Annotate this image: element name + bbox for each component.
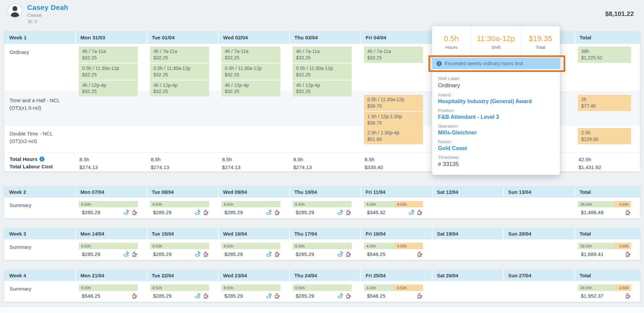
day-summary-cell[interactable]: 8.50h $285.29 (75, 198, 147, 218)
day-summary-cell[interactable]: 8.50h $285.29 (218, 239, 289, 260)
operation-link[interactable]: Mills-Gleichner (438, 130, 554, 136)
shift-detail-popover: 0.5h Hours 11:30a-12p Shift $19.35 Total… (432, 26, 560, 175)
coffee-cup-icon (132, 209, 138, 215)
stat-hours: 0.5h Hours (432, 26, 471, 58)
shift-label-value: Ordinary (438, 82, 554, 89)
row-label-summary: Summary (4, 198, 75, 218)
week2-title: Week 2 (4, 186, 75, 198)
coffee-cup-icon (417, 251, 423, 257)
totals-total-cell: 42.5h $1,431.92 (574, 152, 640, 171)
day-summary-cell[interactable]: 8.50h $285.29 (218, 198, 289, 218)
totals-day-cell: 8.5h $274.13 (75, 152, 147, 171)
day-summary-cell[interactable]: 8.50h $285.29 (289, 198, 361, 218)
shift-chip[interactable]: 0.5h / 11:30a-12p $32.25 (221, 63, 280, 80)
coffee-cup-icon (274, 293, 280, 299)
bottom-strip (0, 307, 644, 313)
day-summary-cell[interactable]: 8.50h $548.25 (75, 281, 147, 302)
week1-title: Week 1 (4, 31, 75, 44)
coffee-cup-icon (625, 293, 631, 299)
week4-title: Week 4 (4, 270, 75, 281)
info-icon[interactable] (39, 156, 44, 162)
coffee-cup-icon (274, 209, 280, 215)
week4-card: Week 4 Mon 21/04 Tue 22/04 Wed 23/04 Thu… (4, 270, 640, 302)
coffee-cup-icon (203, 209, 209, 215)
employee-id: ID: 5 (28, 19, 68, 24)
ordinary-hours-alert: Exceeded weekly ordinary hours limit (432, 58, 560, 69)
grand-total-amount: $8,101.22 (605, 10, 634, 18)
row-label-summary: Summary (4, 281, 75, 302)
shift-chip[interactable]: 4h / 7a-11a $32.25 (364, 47, 423, 63)
day-summary-cell-empty (503, 198, 574, 218)
coffee-cup-icon (625, 251, 631, 257)
coffee-cup-icon (132, 251, 138, 257)
shift-chip[interactable]: 4h / 7a-11a $32.25 (79, 47, 138, 63)
week-total-cell[interactable]: 38.00h4.50h $1,689.41 (574, 239, 640, 260)
week2-header-row: Week 2 Mon 07/04 Tue 08/04 Wed 09/04 Thu… (4, 186, 640, 198)
week1-day-header: Thu 03/04 (289, 31, 361, 44)
roster-link[interactable]: Gold Coast (438, 145, 554, 151)
shift-chip[interactable]: 0.5h / 11:30a-12p $32.25 (79, 63, 138, 80)
overtime-total-cell: 2h $77.40 (574, 92, 640, 129)
timesheet-number: # 33135 (438, 161, 554, 168)
info-icon (437, 61, 442, 66)
hand-coins-icon (124, 209, 130, 215)
shift-chip[interactable]: 4h / 7a-11a $32.25 (293, 47, 352, 63)
coffee-cup-icon (346, 209, 352, 215)
ordinary-day-cell: 4h / 7a-11a $32.25 0.5h / 11:30a-12p $32… (147, 44, 218, 97)
hand-coins-icon (266, 209, 272, 215)
popover-stats: 0.5h Hours 11:30a-12p Shift $19.35 Total (432, 26, 560, 58)
day-summary-cell-empty (503, 239, 574, 260)
day-summary-cell[interactable]: 8.50h $285.29 (147, 239, 218, 260)
coffee-cup-icon (132, 293, 138, 299)
ordinary-day-cell: 4h / 7a-11a $32.25 0.5h / 11:30a-12p $32… (218, 44, 289, 97)
day-summary-cell[interactable]: 8.50h $285.29 (289, 239, 361, 260)
shift-chip[interactable]: 4h / 7a-11a $32.25 (221, 47, 280, 63)
coffee-cup-icon (274, 251, 280, 257)
day-summary-cell[interactable]: 8.50h $285.29 (289, 281, 361, 302)
week3-title: Week 3 (4, 228, 75, 239)
totals-day-cell: 8.5h $274.13 (147, 152, 218, 171)
day-summary-cell[interactable]: 8.50h $285.29 (147, 281, 218, 302)
day-summary-cell[interactable]: 8.50h $285.29 (218, 281, 289, 302)
award-link[interactable]: Hospitality Industry (General) Award (438, 98, 554, 105)
week-total-cell[interactable]: 38.00h4.50h $1,952.37 (574, 281, 640, 302)
day-summary-cell-empty (432, 198, 503, 218)
hand-coins-icon (337, 293, 344, 299)
week-total-cell[interactable]: 38.00h4.50h $1,486.48 (574, 198, 640, 218)
week1-total-header: Total (574, 31, 640, 44)
position-link[interactable]: F&B Attendant - Level 3 (438, 114, 554, 120)
overtime-shift-chip[interactable]: 0.5h / 11:30a-12p $38.70 (364, 95, 423, 111)
totals-day-cell: 8.5h $274.13 (289, 152, 361, 171)
coffee-cup-icon (625, 209, 631, 215)
total-chip[interactable]: 2.5h $129.00 (578, 128, 631, 144)
day-summary-cell[interactable]: 4.00h4.50h $345.32 (361, 198, 432, 218)
week1-day-header: Wed 02/04 (218, 31, 289, 44)
day-summary-cell[interactable]: 4.00h4.50h $548.25 (361, 281, 432, 302)
employment-type: Casual (27, 13, 68, 18)
overtime-shift-chip[interactable]: 2.5h / 1:30p-4p $51.60 (364, 128, 423, 144)
week1-day-header: Mon 31/03 (75, 31, 147, 44)
week3-card: Week 3 Mon 14/04 Tue 15/04 Wed 16/04 Thu… (4, 228, 640, 260)
hand-coins-icon (195, 293, 201, 299)
overtime-total-cell: 2.5h $129.00 (574, 125, 640, 152)
shift-chip[interactable]: 0.5h / 11:30a-12p $32.25 (293, 63, 352, 80)
row-label-summary: Summary (4, 239, 75, 260)
total-chip[interactable]: 2h $77.40 (578, 95, 631, 111)
row-label-ordinary: Ordinary (4, 44, 75, 97)
week4-summary-row: Summary 8.50h $548.25 8.50h $285.29 8.50… (4, 281, 640, 302)
person-avatar-icon (7, 3, 22, 18)
total-chip[interactable]: 38h $1,225.52 (578, 47, 631, 63)
row-label-double-time: Double Time - NCL (OT)(x2-ncl) (4, 125, 75, 152)
week3-header-row: Week 3 Mon 14/04 Tue 15/04 Wed 16/04 Thu… (4, 228, 640, 239)
overtime-day-cell: 2.5h / 1:30p-4p $51.60 (361, 125, 432, 152)
shift-chip[interactable]: 4h / 7a-11a $32.25 (150, 47, 209, 63)
employee-name-link[interactable]: Casey Deah (27, 3, 68, 12)
coffee-cup-icon (417, 209, 423, 215)
shift-chip[interactable]: 0.5h / 11:30a-12p $32.25 (150, 63, 209, 80)
day-summary-cell[interactable]: 8.50h $285.29 (75, 239, 147, 260)
totals-day-cell: 8.5h $274.13 (218, 152, 289, 171)
hand-coins-icon (195, 251, 201, 257)
day-summary-cell[interactable]: 8.50h $285.29 (147, 198, 218, 218)
day-summary-cell[interactable]: 4.00h4.50h $548.25 (361, 239, 432, 260)
hand-coins-icon (195, 209, 201, 215)
